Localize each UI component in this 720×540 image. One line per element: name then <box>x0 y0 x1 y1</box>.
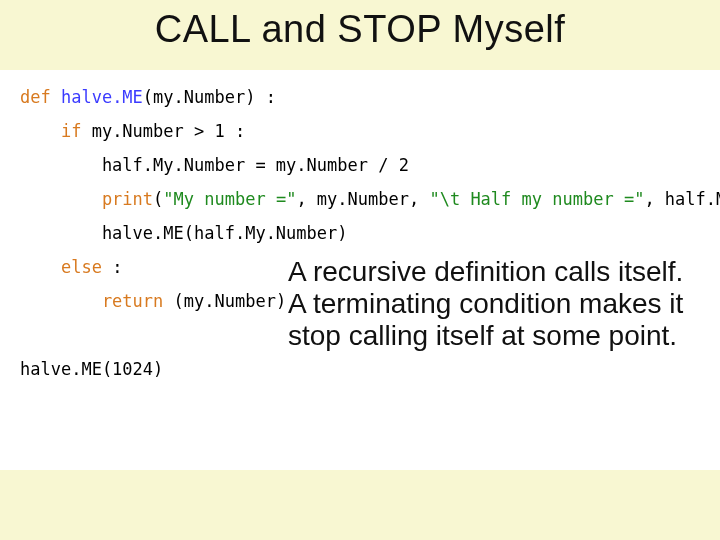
print-open: ( <box>153 189 163 209</box>
return-val: (my.Number) <box>163 291 286 311</box>
explain-line2: A terminating condition makes it stop ca… <box>288 288 688 352</box>
print-mid1: , my.Number, <box>296 189 429 209</box>
recursive-call: halve.ME(half.My.Number) <box>20 223 348 243</box>
kw-def: def <box>20 87 61 107</box>
assign-line: half.My.Number = my.Number / 2 <box>20 155 409 175</box>
kw-print: print <box>20 189 153 209</box>
initial-call: halve.ME(1024) <box>20 359 163 379</box>
explanation-box: A recursive definition calls itself. A t… <box>288 256 688 353</box>
kw-return: return <box>20 291 163 311</box>
print-end: , half.My.Number) <box>644 189 720 209</box>
fn-name: halve.ME <box>61 87 143 107</box>
str-1: "My number =" <box>163 189 296 209</box>
str-2: "\t Half my number =" <box>429 189 644 209</box>
def-params: (my.Number) : <box>143 87 276 107</box>
if-cond: my.Number > 1 : <box>81 121 245 141</box>
kw-if: if <box>20 121 81 141</box>
explain-line1: A recursive definition calls itself. <box>288 256 688 288</box>
slide-title: CALL and STOP Myself <box>0 8 720 51</box>
else-colon: : <box>102 257 122 277</box>
kw-else: else <box>20 257 102 277</box>
